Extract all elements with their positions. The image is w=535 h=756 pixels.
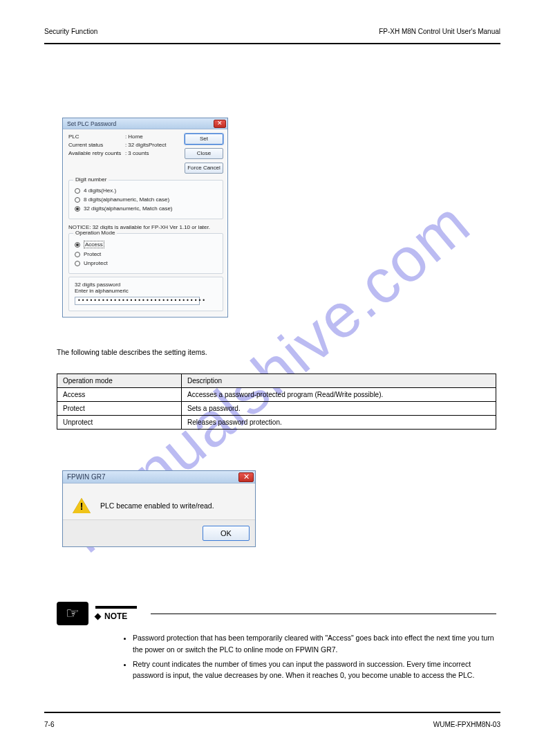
note-item: Retry count indicates the number of time…	[133, 658, 496, 682]
status-label: Current status	[68, 142, 124, 148]
radio-unprotect[interactable]: Unprotect	[75, 260, 217, 266]
close-button[interactable]: Close	[185, 148, 223, 159]
radio-icon	[75, 197, 80, 203]
dialog-titlebar: FPWIN GR7 ✕	[63, 471, 255, 483]
note-label: NOTE	[95, 611, 137, 621]
set-plc-password-dialog: Set PLC Password ✕ PLC : Home Current st…	[62, 118, 228, 317]
radio-icon	[75, 242, 80, 248]
table-row: Access Accesses a password-protected pro…	[57, 388, 496, 402]
radio-icon	[75, 261, 80, 266]
operation-mode-legend: Operation Mode	[73, 230, 117, 236]
pointer-icon: ☞	[57, 602, 88, 625]
cell-desc: Accesses a password-protected program (R…	[182, 388, 496, 402]
col-mode: Operation mode	[57, 374, 182, 388]
password-section: 32 digits password Enter in alphanumeric…	[68, 277, 223, 311]
close-icon[interactable]: ✕	[238, 472, 254, 482]
cell-mode: Unprotect	[57, 416, 182, 430]
note-item: Password protection that has been tempor…	[133, 632, 496, 656]
bottom-rule	[44, 712, 500, 713]
status-value: 32 digitsProtect	[128, 142, 166, 148]
radio-4-digits[interactable]: 4 digits(Hex.)	[75, 187, 217, 194]
close-icon[interactable]: ✕	[214, 120, 226, 128]
radio-protect[interactable]: Protect	[75, 251, 217, 257]
password-input[interactable]: ••••••••••••••••••••••••••••••••	[75, 297, 200, 305]
radio-label: Access	[84, 241, 104, 248]
radio-label: 32 digits(alphanumeric, Match case)	[84, 205, 173, 212]
table-description: The following table describes the settin…	[57, 348, 471, 356]
radio-label: 8 digits(alphanumeric, Match case)	[84, 196, 169, 203]
retry-label: Available retry counts	[68, 150, 124, 156]
warning-icon: !	[73, 497, 91, 514]
radio-icon	[75, 188, 80, 194]
cell-mode: Protect	[57, 402, 182, 416]
note-block: ☞ NOTE Password protection that has been…	[57, 602, 496, 684]
table-row: Unprotect Releases password protection.	[57, 416, 496, 430]
operation-mode-group: Operation Mode Access Protect Unprotect	[68, 233, 223, 274]
ok-button[interactable]: OK	[203, 526, 250, 541]
plc-value: Home	[128, 133, 142, 140]
note-body: Password protection that has been tempor…	[95, 632, 496, 681]
fpwin-gr7-dialog: FPWIN GR7 ✕ ! PLC became enabled to writ…	[62, 470, 256, 547]
note-rule	[151, 614, 496, 614]
table-header-row: Operation mode Description	[57, 374, 496, 388]
force-cancel-button[interactable]: Force Cancel	[185, 163, 223, 174]
set-button[interactable]: Set	[185, 133, 223, 145]
dialog-message: PLC became enabled to write/read.	[100, 501, 214, 510]
password-title: 32 digits password	[75, 282, 217, 288]
radio-label: Protect	[84, 251, 101, 257]
radio-access[interactable]: Access	[75, 241, 217, 248]
password-hint: Enter in alphanumeric	[75, 288, 217, 294]
footer-right: WUME-FPXHM8N-03	[433, 721, 500, 728]
radio-32-digits[interactable]: 32 digits(alphanumeric, Match case)	[75, 205, 217, 212]
cell-mode: Access	[57, 388, 182, 402]
top-rule	[44, 43, 500, 44]
digit-number-legend: Digit number	[73, 176, 109, 183]
dialog-title: Set PLC Password	[67, 120, 116, 127]
diamond-icon	[95, 613, 102, 620]
table-row: Protect Sets a password.	[57, 402, 496, 416]
operation-mode-table: Operation mode Description Access Access…	[57, 374, 496, 430]
header-right: FP-XH M8N Control Unit User's Manual	[379, 28, 500, 35]
col-desc: Description	[182, 374, 496, 388]
retry-value: 3 counts	[128, 150, 149, 156]
radio-8-digits[interactable]: 8 digits(alphanumeric, Match case)	[75, 196, 217, 203]
radio-icon	[75, 252, 80, 257]
cell-desc: Sets a password.	[182, 402, 496, 416]
note-bar	[95, 606, 137, 609]
header-left: Security Function	[44, 28, 97, 35]
dialog-titlebar: Set PLC Password ✕	[63, 118, 227, 129]
radio-label: Unprotect	[84, 260, 108, 266]
dialog-title: FPWIN GR7	[67, 473, 106, 481]
radio-icon	[75, 206, 80, 212]
radio-label: 4 digits(Hex.)	[84, 187, 116, 194]
digit-number-group: Digit number 4 digits(Hex.) 8 digits(alp…	[68, 180, 223, 219]
footer-left: 7-6	[44, 721, 54, 728]
cell-desc: Releases password protection.	[182, 416, 496, 430]
plc-label: PLC	[68, 133, 124, 140]
